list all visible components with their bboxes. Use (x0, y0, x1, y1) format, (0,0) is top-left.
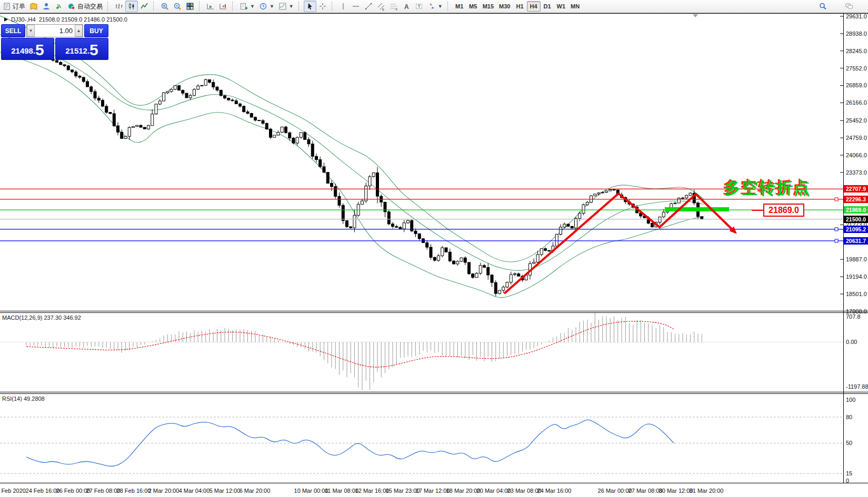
timeframe-m30-button[interactable]: M30 (496, 1, 513, 12)
sell-button[interactable]: SELL (1, 24, 25, 37)
candle-body (94, 92, 96, 98)
time-axis-label: 26 Mar 00:00 (598, 488, 632, 494)
price-badge-22296.3: 22296.3 (844, 196, 868, 203)
volume-increase-button[interactable]: ▲ (75, 25, 83, 37)
newchart-icon (240, 2, 248, 11)
arrows-button[interactable]: ▼ (425, 1, 445, 12)
price-tick-label: 29631.0 (846, 13, 867, 19)
navigator-button[interactable] (40, 1, 53, 12)
vline-icon (339, 2, 347, 11)
rsi-axis-label: 0 (846, 478, 849, 484)
volume-spinner: ▼ 1.00 ▲ (26, 24, 83, 37)
candle-body (514, 274, 516, 275)
new-order-button[interactable]: 订单 (1, 1, 27, 12)
buy-button[interactable]: BUY (84, 24, 108, 37)
candle-body (403, 223, 405, 229)
chat-button[interactable] (843, 1, 855, 12)
chevron-down-icon[interactable]: ▼ (289, 4, 294, 9)
pane-separator-rsi[interactable] (0, 392, 868, 394)
candle-body (346, 221, 348, 227)
timeframe-w1-button[interactable]: W1 (554, 1, 568, 12)
chart-shift-marker[interactable] (693, 14, 698, 17)
fibonacci-button[interactable]: F (387, 1, 400, 12)
time-axis-label: 4 Mar 04:00 (179, 488, 210, 494)
timeframe-h4-button[interactable]: H4 (527, 1, 541, 12)
line-handle[interactable] (835, 198, 838, 201)
price-tick-label: 26166.0 (846, 99, 867, 106)
bar-chart-button[interactable] (113, 1, 125, 12)
chart-shift-button[interactable] (217, 1, 230, 12)
candle-body (86, 82, 89, 87)
candle-body (197, 86, 199, 89)
tile-windows-button[interactable] (184, 1, 196, 12)
buy-price-box[interactable]: 21512 . 5 (55, 38, 108, 60)
metaeditor-button[interactable] (27, 1, 40, 12)
volume-value[interactable]: 1.00 (35, 27, 75, 35)
labelT-icon: T (415, 2, 423, 11)
zoom-out-button[interactable] (171, 1, 184, 12)
templates-button[interactable]: ▼ (276, 1, 296, 12)
trendline-button[interactable] (362, 1, 375, 12)
time-axis-label: 20 Mar 04:00 (477, 488, 511, 494)
level-flag[interactable]: 21869.0 (763, 204, 804, 217)
candle-body (586, 202, 588, 205)
channel-button[interactable]: E (375, 1, 387, 12)
candle-body (575, 218, 577, 228)
price-tick-label: 24759.0 (846, 135, 867, 141)
candle-body (536, 255, 539, 262)
candle-body (277, 133, 280, 136)
vertical-line-button[interactable] (337, 1, 350, 12)
chevron-down-icon[interactable]: ▼ (438, 4, 443, 9)
timeframe-m1-button[interactable]: M1 (453, 1, 466, 12)
chevron-down-icon[interactable]: ▼ (270, 4, 274, 9)
pane-separator-macd[interactable] (0, 311, 868, 313)
autotrading-button[interactable]: 自动交易 (65, 1, 105, 12)
periods-button[interactable]: ▼ (257, 1, 276, 12)
candle-body (659, 217, 661, 222)
time-axis-label: 24 Feb 16:00 (26, 488, 60, 494)
volume-decrease-button[interactable]: ▼ (27, 25, 35, 37)
candlestick-chart-button[interactable] (125, 1, 138, 12)
auto-scroll-button[interactable] (204, 1, 217, 12)
crosshair-button[interactable] (316, 1, 329, 12)
candle-body (395, 227, 398, 228)
doc-icon (3, 2, 11, 11)
new-chart-button[interactable]: ▼ (237, 1, 257, 12)
candle-body (273, 135, 276, 137)
timeframe-m15-button[interactable]: M15 (480, 1, 496, 12)
svg-text:A: A (404, 3, 409, 11)
label-button[interactable]: T (413, 1, 425, 12)
timeframe-h1-button[interactable]: H1 (513, 1, 527, 12)
candle-body (571, 226, 573, 228)
candle-body (78, 76, 81, 77)
support-zone-bar[interactable] (665, 207, 729, 211)
candle-body (323, 167, 325, 173)
candle-body (548, 250, 551, 251)
sell-price-box[interactable]: 21498 . 5 (1, 38, 54, 60)
cursor-icon (306, 2, 314, 11)
signals-button[interactable] (53, 1, 65, 12)
text-button[interactable]: A (400, 1, 413, 12)
timeframe-mn-button[interactable]: MN (568, 1, 582, 12)
candle-body (582, 205, 585, 213)
timeframe-d1-button[interactable]: D1 (541, 1, 554, 12)
chevron-down-icon[interactable]: ▼ (250, 4, 255, 9)
time-axis-label: 5 Mar 12:00 (209, 488, 241, 494)
candle-body (533, 262, 535, 263)
turning-point-annotation[interactable]: 多空转折点 (724, 177, 811, 199)
search-button[interactable] (816, 1, 829, 12)
chart-canvas[interactable] (0, 14, 843, 483)
line-handle[interactable] (835, 228, 838, 231)
candle-body (685, 195, 688, 198)
zoom-in-button[interactable] (158, 1, 171, 12)
timeframe-m5-button[interactable]: M5 (466, 1, 480, 12)
candle-body (487, 267, 490, 275)
horizontal-line-button[interactable] (350, 1, 362, 12)
line-chart-button[interactable] (138, 1, 151, 12)
cursor-button[interactable] (304, 1, 316, 12)
buy-price-int: 21512 (65, 44, 87, 58)
candle-body (326, 173, 329, 184)
candle-body (361, 201, 364, 204)
line-handle[interactable] (835, 239, 838, 242)
hline-icon (352, 2, 360, 11)
